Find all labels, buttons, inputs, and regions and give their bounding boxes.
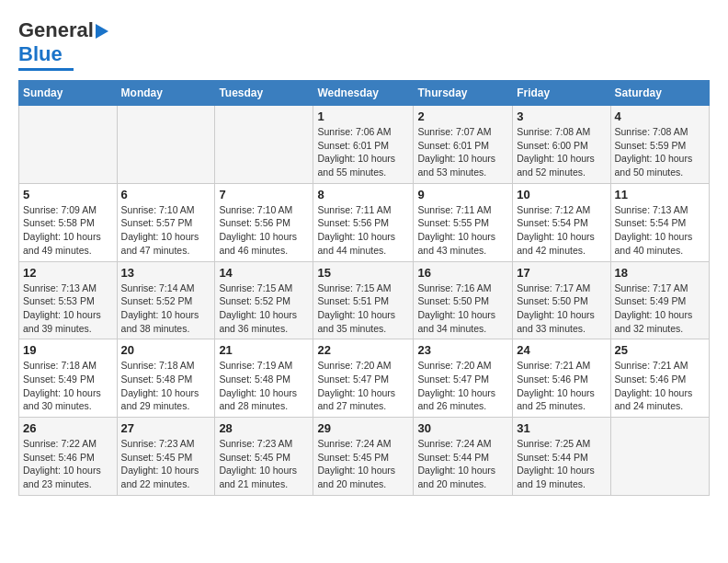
page-header: General Blue	[18, 18, 710, 71]
calendar-cell: 26 Sunrise: 7:22 AM Sunset: 5:46 PM Dayl…	[19, 418, 118, 496]
day-info: Sunrise: 7:18 AM Sunset: 5:49 PM Dayligh…	[23, 359, 113, 413]
day-info: Sunrise: 7:21 AM Sunset: 5:46 PM Dayligh…	[517, 359, 606, 413]
day-info: Sunrise: 7:16 AM Sunset: 5:50 PM Dayligh…	[417, 282, 508, 336]
calendar-cell: 14 Sunrise: 7:15 AM Sunset: 5:52 PM Dayl…	[215, 261, 313, 339]
calendar-cell: 5 Sunrise: 7:09 AM Sunset: 5:58 PM Dayli…	[19, 183, 118, 261]
calendar-cell: 19 Sunrise: 7:18 AM Sunset: 5:49 PM Dayl…	[19, 339, 118, 418]
weekday-thursday: Thursday	[414, 81, 513, 106]
logo: General Blue	[18, 18, 108, 71]
day-number: 3	[517, 109, 606, 123]
day-info: Sunrise: 7:10 AM Sunset: 5:56 PM Dayligh…	[219, 203, 309, 258]
calendar-cell: 21 Sunrise: 7:19 AM Sunset: 5:48 PM Dayl…	[215, 339, 313, 418]
day-number: 21	[219, 343, 309, 357]
calendar-cell: 23 Sunrise: 7:20 AM Sunset: 5:47 PM Dayl…	[414, 339, 513, 418]
calendar-cell: 2 Sunrise: 7:07 AM Sunset: 6:01 PM Dayli…	[414, 106, 513, 184]
day-info: Sunrise: 7:15 AM Sunset: 5:52 PM Dayligh…	[219, 282, 309, 336]
weekday-friday: Friday	[513, 81, 610, 106]
day-number: 13	[121, 266, 211, 280]
day-info: Sunrise: 7:15 AM Sunset: 5:51 PM Dayligh…	[317, 282, 409, 336]
calendar-cell	[19, 106, 118, 184]
day-number: 19	[23, 343, 113, 357]
day-number: 17	[517, 266, 606, 280]
calendar-cell: 29 Sunrise: 7:24 AM Sunset: 5:45 PM Dayl…	[313, 418, 414, 496]
day-number: 6	[121, 188, 211, 201]
logo-underline	[18, 68, 74, 71]
calendar-cell	[610, 418, 709, 496]
calendar-cell: 12 Sunrise: 7:13 AM Sunset: 5:53 PM Dayl…	[19, 261, 118, 339]
day-info: Sunrise: 7:11 AM Sunset: 5:55 PM Dayligh…	[417, 203, 508, 258]
calendar-cell: 28 Sunrise: 7:23 AM Sunset: 5:45 PM Dayl…	[215, 418, 313, 496]
day-number: 8	[317, 188, 409, 201]
week-row-3: 12 Sunrise: 7:13 AM Sunset: 5:53 PM Dayl…	[19, 261, 710, 339]
day-info: Sunrise: 7:17 AM Sunset: 5:49 PM Dayligh…	[615, 282, 705, 336]
day-info: Sunrise: 7:19 AM Sunset: 5:48 PM Dayligh…	[219, 359, 309, 413]
calendar-cell: 25 Sunrise: 7:21 AM Sunset: 5:46 PM Dayl…	[610, 339, 709, 418]
calendar-cell: 18 Sunrise: 7:17 AM Sunset: 5:49 PM Dayl…	[610, 261, 709, 339]
day-number: 16	[417, 266, 508, 280]
day-number: 28	[219, 421, 309, 435]
weekday-wednesday: Wednesday	[313, 81, 414, 106]
day-number: 29	[317, 421, 409, 435]
calendar-cell: 9 Sunrise: 7:11 AM Sunset: 5:55 PM Dayli…	[414, 183, 513, 261]
week-row-1: 1 Sunrise: 7:06 AM Sunset: 6:01 PM Dayli…	[19, 106, 710, 184]
day-number: 27	[121, 421, 211, 435]
week-row-5: 26 Sunrise: 7:22 AM Sunset: 5:46 PM Dayl…	[19, 418, 710, 496]
calendar-cell: 20 Sunrise: 7:18 AM Sunset: 5:48 PM Dayl…	[117, 339, 215, 418]
day-number: 11	[615, 188, 705, 201]
weekday-monday: Monday	[117, 81, 215, 106]
calendar-cell: 31 Sunrise: 7:25 AM Sunset: 5:44 PM Dayl…	[513, 418, 610, 496]
calendar-cell: 3 Sunrise: 7:08 AM Sunset: 6:00 PM Dayli…	[513, 106, 610, 184]
day-info: Sunrise: 7:17 AM Sunset: 5:50 PM Dayligh…	[517, 282, 606, 336]
day-info: Sunrise: 7:24 AM Sunset: 5:44 PM Dayligh…	[417, 437, 508, 491]
calendar-cell: 4 Sunrise: 7:08 AM Sunset: 5:59 PM Dayli…	[610, 106, 709, 184]
day-number: 23	[417, 343, 508, 357]
day-info: Sunrise: 7:23 AM Sunset: 5:45 PM Dayligh…	[219, 437, 309, 491]
calendar-cell: 13 Sunrise: 7:14 AM Sunset: 5:52 PM Dayl…	[117, 261, 215, 339]
day-info: Sunrise: 7:20 AM Sunset: 5:47 PM Dayligh…	[417, 359, 508, 413]
calendar-cell: 17 Sunrise: 7:17 AM Sunset: 5:50 PM Dayl…	[513, 261, 610, 339]
day-number: 5	[23, 188, 113, 201]
day-info: Sunrise: 7:24 AM Sunset: 5:45 PM Dayligh…	[317, 437, 409, 491]
calendar-cell: 16 Sunrise: 7:16 AM Sunset: 5:50 PM Dayl…	[414, 261, 513, 339]
calendar-cell: 6 Sunrise: 7:10 AM Sunset: 5:57 PM Dayli…	[117, 183, 215, 261]
day-info: Sunrise: 7:21 AM Sunset: 5:46 PM Dayligh…	[615, 359, 705, 413]
day-info: Sunrise: 7:11 AM Sunset: 5:56 PM Dayligh…	[317, 203, 409, 258]
calendar-cell: 22 Sunrise: 7:20 AM Sunset: 5:47 PM Dayl…	[313, 339, 414, 418]
weekday-tuesday: Tuesday	[215, 81, 313, 106]
day-info: Sunrise: 7:07 AM Sunset: 6:01 PM Dayligh…	[417, 125, 508, 179]
day-number: 9	[417, 188, 508, 201]
day-info: Sunrise: 7:13 AM Sunset: 5:54 PM Dayligh…	[615, 203, 705, 258]
calendar-cell: 27 Sunrise: 7:23 AM Sunset: 5:45 PM Dayl…	[117, 418, 215, 496]
logo-text: General	[18, 18, 108, 42]
calendar-cell: 7 Sunrise: 7:10 AM Sunset: 5:56 PM Dayli…	[215, 183, 313, 261]
day-number: 25	[615, 343, 705, 357]
day-info: Sunrise: 7:23 AM Sunset: 5:45 PM Dayligh…	[121, 437, 211, 491]
day-number: 7	[219, 188, 309, 201]
day-number: 15	[317, 266, 409, 280]
day-number: 30	[417, 421, 508, 435]
calendar-cell: 11 Sunrise: 7:13 AM Sunset: 5:54 PM Dayl…	[610, 183, 709, 261]
calendar-cell: 30 Sunrise: 7:24 AM Sunset: 5:44 PM Dayl…	[414, 418, 513, 496]
logo-blue-text: Blue	[18, 42, 63, 66]
day-info: Sunrise: 7:12 AM Sunset: 5:54 PM Dayligh…	[517, 203, 606, 258]
weekday-sunday: Sunday	[19, 81, 118, 106]
day-number: 31	[517, 421, 606, 435]
calendar-cell	[215, 106, 313, 184]
day-number: 2	[417, 109, 508, 123]
day-number: 14	[219, 266, 309, 280]
week-row-2: 5 Sunrise: 7:09 AM Sunset: 5:58 PM Dayli…	[19, 183, 710, 261]
weekday-header-row: SundayMondayTuesdayWednesdayThursdayFrid…	[19, 81, 710, 106]
day-number: 26	[23, 421, 113, 435]
weekday-saturday: Saturday	[610, 81, 709, 106]
day-number: 18	[615, 266, 705, 280]
day-number: 24	[517, 343, 606, 357]
calendar-cell: 8 Sunrise: 7:11 AM Sunset: 5:56 PM Dayli…	[313, 183, 414, 261]
day-number: 10	[517, 188, 606, 201]
day-info: Sunrise: 7:08 AM Sunset: 5:59 PM Dayligh…	[615, 125, 705, 179]
calendar-body: 1 Sunrise: 7:06 AM Sunset: 6:01 PM Dayli…	[19, 106, 710, 496]
calendar-cell: 15 Sunrise: 7:15 AM Sunset: 5:51 PM Dayl…	[313, 261, 414, 339]
calendar-cell: 10 Sunrise: 7:12 AM Sunset: 5:54 PM Dayl…	[513, 183, 610, 261]
day-number: 22	[317, 343, 409, 357]
day-number: 1	[317, 109, 409, 123]
day-info: Sunrise: 7:14 AM Sunset: 5:52 PM Dayligh…	[121, 282, 211, 336]
